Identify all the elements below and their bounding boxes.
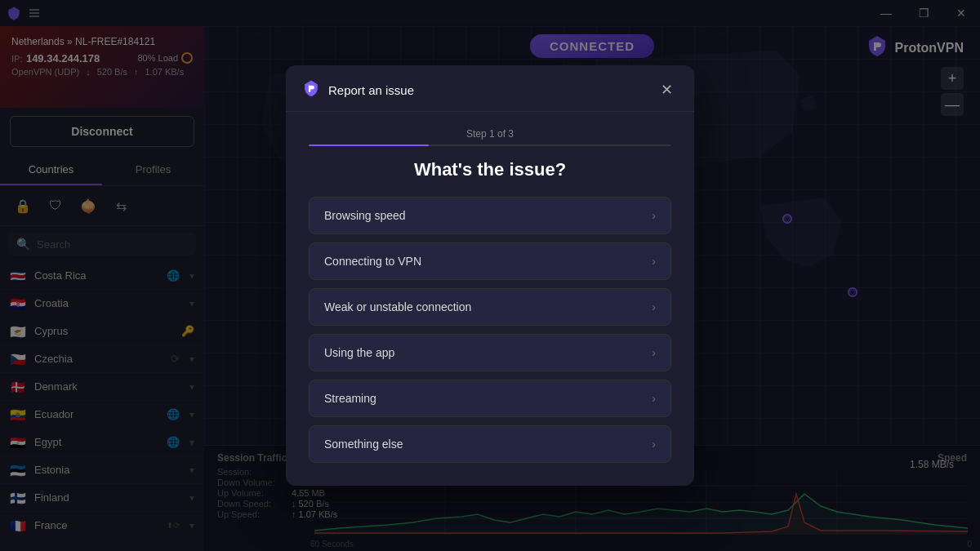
chevron-right-icon-streaming: › — [652, 392, 656, 405]
chevron-right-icon-app: › — [652, 346, 656, 359]
dialog-logo-icon — [302, 79, 320, 101]
dialog-title: Report an issue — [328, 83, 414, 97]
dialog-question: What's the issue? — [309, 159, 671, 180]
chevron-right-icon-else: › — [652, 438, 656, 451]
dialog-header: Report an issue ✕ — [286, 65, 694, 112]
issue-option-connecting-vpn[interactable]: Connecting to VPN › — [309, 242, 671, 280]
step-text: Step 1 of 3 — [309, 128, 671, 140]
dialog-overlay: Report an issue ✕ Step 1 of 3 What's the… — [0, 0, 980, 551]
report-issue-dialog: Report an issue ✕ Step 1 of 3 What's the… — [286, 65, 694, 486]
issue-label-weak-connection: Weak or unstable connection — [324, 300, 471, 313]
step-bar — [309, 144, 671, 146]
chevron-right-icon-weak: › — [652, 300, 656, 313]
dialog-close-button[interactable]: ✕ — [655, 78, 678, 101]
issue-label-streaming: Streaming — [324, 392, 376, 405]
chevron-right-icon-vpn: › — [652, 255, 656, 268]
issue-option-using-app[interactable]: Using the app › — [309, 334, 671, 371]
chevron-right-icon-browsing: › — [652, 209, 656, 222]
issue-label-browsing-speed: Browsing speed — [324, 209, 406, 222]
issue-option-weak-connection[interactable]: Weak or unstable connection › — [309, 288, 671, 326]
step-progress — [309, 144, 429, 146]
issue-option-browsing-speed[interactable]: Browsing speed › — [309, 197, 671, 234]
issue-option-something-else[interactable]: Something else › — [309, 425, 671, 463]
issue-label-using-app: Using the app — [324, 346, 394, 359]
dialog-body: Step 1 of 3 What's the issue? Browsing s… — [286, 112, 694, 486]
issue-label-something-else: Something else — [324, 438, 403, 451]
step-indicator: Step 1 of 3 — [309, 128, 671, 146]
issue-label-connecting-vpn: Connecting to VPN — [324, 255, 421, 268]
issue-option-streaming[interactable]: Streaming › — [309, 380, 671, 417]
